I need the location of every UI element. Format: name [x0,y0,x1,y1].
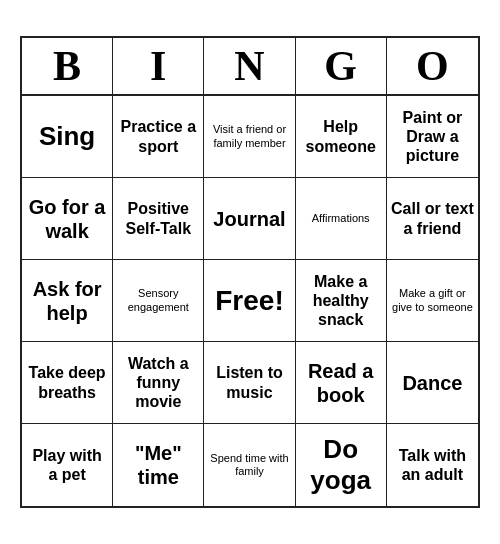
bingo-cell[interactable]: Read a book [296,342,387,424]
cell-label: Call or text a friend [391,199,474,237]
bingo-cell[interactable]: Do yoga [296,424,387,506]
cell-label: Ask for help [26,277,108,325]
bingo-cell[interactable]: Visit a friend or family member [204,96,295,178]
cell-label: Journal [213,207,285,231]
bingo-card: BINGO SingPractice a sportVisit a friend… [20,36,480,508]
cell-label: Watch a funny movie [117,354,199,412]
bingo-grid: SingPractice a sportVisit a friend or fa… [22,96,478,506]
bingo-cell[interactable]: Ask for help [22,260,113,342]
bingo-cell[interactable]: Listen to music [204,342,295,424]
bingo-cell[interactable]: Spend time with family [204,424,295,506]
cell-label: Visit a friend or family member [208,123,290,149]
header-letter: I [113,38,204,94]
bingo-cell[interactable]: Practice a sport [113,96,204,178]
header-letter: G [296,38,387,94]
bingo-header: BINGO [22,38,478,96]
bingo-cell[interactable]: Talk with an adult [387,424,478,506]
cell-label: Spend time with family [208,452,290,478]
bingo-cell[interactable]: Affirmations [296,178,387,260]
bingo-cell[interactable]: "Me" time [113,424,204,506]
cell-label: Do yoga [300,434,382,496]
cell-label: Free! [215,284,283,318]
bingo-cell[interactable]: Make a gift or give to someone [387,260,478,342]
cell-label: Sing [39,121,95,152]
bingo-cell[interactable]: Go for a walk [22,178,113,260]
bingo-cell[interactable]: Call or text a friend [387,178,478,260]
cell-label: Paint or Draw a picture [391,108,474,166]
bingo-cell[interactable]: Dance [387,342,478,424]
cell-label: Listen to music [208,363,290,401]
cell-label: Dance [402,371,462,395]
bingo-cell[interactable]: Help someone [296,96,387,178]
cell-label: Make a gift or give to someone [391,287,474,313]
cell-label: Play with a pet [26,446,108,484]
cell-label: Help someone [300,117,382,155]
bingo-cell[interactable]: Sing [22,96,113,178]
bingo-cell[interactable]: Take deep breaths [22,342,113,424]
cell-label: Sensory engagement [117,287,199,313]
cell-label: Practice a sport [117,117,199,155]
bingo-cell[interactable]: Play with a pet [22,424,113,506]
cell-label: "Me" time [117,441,199,489]
cell-label: Affirmations [312,212,370,225]
bingo-cell[interactable]: Positive Self-Talk [113,178,204,260]
bingo-cell[interactable]: Sensory engagement [113,260,204,342]
cell-label: Talk with an adult [391,446,474,484]
cell-label: Make a healthy snack [300,272,382,330]
bingo-cell[interactable]: Free! [204,260,295,342]
cell-label: Go for a walk [26,195,108,243]
header-letter: O [387,38,478,94]
header-letter: N [204,38,295,94]
bingo-cell[interactable]: Paint or Draw a picture [387,96,478,178]
bingo-cell[interactable]: Watch a funny movie [113,342,204,424]
cell-label: Read a book [300,359,382,407]
bingo-cell[interactable]: Make a healthy snack [296,260,387,342]
bingo-cell[interactable]: Journal [204,178,295,260]
cell-label: Positive Self-Talk [117,199,199,237]
cell-label: Take deep breaths [26,363,108,401]
header-letter: B [22,38,113,94]
